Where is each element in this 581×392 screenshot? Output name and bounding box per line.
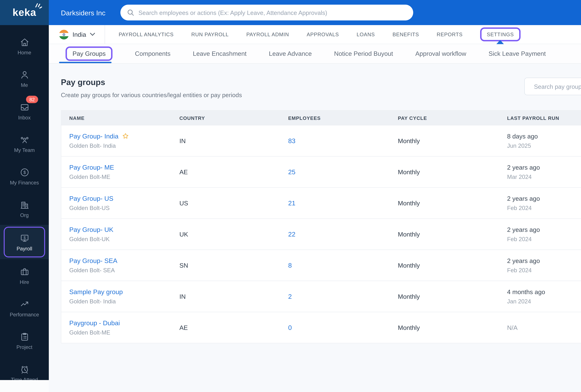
module-tab-reports[interactable]: REPORTS [428, 25, 472, 44]
country-cell: SN [180, 262, 288, 269]
pay-cycle-cell: Monthly [398, 137, 507, 144]
sidebar-item-my-team[interactable]: My Team [0, 127, 49, 160]
pay-cycle-cell: Monthly [398, 200, 507, 207]
name-cell: Pay Group- USGolden Bolt-US [61, 195, 180, 211]
last-payroll-run-cell: 2 years agoFeb 2024 [507, 195, 581, 211]
pay-cycle-cell: Monthly [398, 293, 507, 300]
employees-count-link[interactable]: 83 [288, 137, 296, 144]
sidebar-item-project[interactable]: Project [0, 324, 49, 357]
active-tab-caret [497, 40, 504, 44]
sidebar-item-label: Me [21, 82, 28, 88]
sub-tab-notice-period-buyout[interactable]: Notice Period Buyout [323, 44, 404, 63]
settings-sub-nav: Pay GroupsComponentsLeave EncashmentLeav… [49, 44, 581, 64]
pay-group-name-link[interactable]: Pay Group- US [69, 195, 114, 202]
module-tab-approvals[interactable]: APPROVALS [298, 25, 348, 44]
country-cell: AE [180, 168, 288, 175]
last-run-na: N/A [507, 324, 581, 331]
employees-count-link[interactable]: 25 [288, 168, 296, 176]
sub-tab-sick-leave-payment[interactable]: Sick Leave Payment [478, 44, 557, 63]
pay-group-name-link[interactable]: Pay Group- UK [69, 226, 114, 233]
logo-spark-icon [35, 2, 42, 9]
last-run-month: Feb 2024 [507, 267, 581, 273]
top-bar: keka Darksiders Inc [0, 0, 581, 25]
annotation-highlight-box: SETTINGS [480, 27, 520, 41]
sub-tab-approval-workflow[interactable]: Approval workflow [404, 44, 477, 63]
home-icon [19, 37, 30, 47]
last-run-month: Jun 2025 [507, 142, 581, 149]
annotation-highlight-box: Pay Groups [66, 46, 112, 61]
sidebar-item-payroll[interactable]: $Payroll [0, 225, 49, 259]
sidebar-item-label: My Team [14, 147, 35, 153]
global-search[interactable] [120, 5, 413, 20]
column-header-pay-cycle: PAY CYCLE [398, 115, 507, 121]
sub-tab-leave-advance[interactable]: Leave Advance [258, 44, 323, 63]
app-window: keka Darksiders Inc Home [0, 0, 581, 392]
sub-tab-pay-groups[interactable]: Pay Groups [54, 44, 124, 63]
sidebar-item-label: Project [16, 344, 32, 350]
last-run-month: Jan 2024 [507, 298, 581, 305]
module-tab-payroll-analytics[interactable]: PAYROLL ANALYTICS [110, 25, 182, 44]
sidebar-item-performance[interactable]: Performance [0, 292, 49, 324]
module-tab-loans[interactable]: LOANS [348, 25, 384, 44]
last-run-relative: 2 years ago [507, 164, 581, 171]
pay-group-name-link[interactable]: Sample Pay group [69, 288, 123, 296]
sub-tab-leave-encashment[interactable]: Leave Encashment [182, 44, 258, 63]
keka-logo[interactable]: keka [0, 0, 49, 25]
last-run-relative: 4 months ago [507, 288, 581, 295]
employees-count-link[interactable]: 8 [288, 262, 292, 269]
region-label: India [72, 31, 86, 38]
pay-group-row-sample-pay-group: Sample Pay groupGolden Bolt- IndiaIN2Mon… [61, 281, 581, 312]
pay-group-row-paygroup-dubai: Paygroup - DubaiGolden Bolt-MEAE0Monthly… [61, 312, 581, 343]
country-cell: IN [180, 137, 288, 144]
sidebar-item-my-finances[interactable]: $My Finances [0, 160, 49, 192]
module-tab-settings[interactable]: SETTINGS [472, 25, 529, 44]
module-tab-payroll-admin[interactable]: PAYROLL ADMIN [238, 25, 298, 44]
sidebar-item-label: Org [20, 212, 28, 218]
pay-group-row-pay-group-me: Pay Group- MEGolden Bolt-MEAE25Monthly2 … [61, 156, 581, 187]
legal-entity-label: Golden Bolt-US [69, 205, 180, 211]
pay-cycle-cell: Monthly [398, 324, 507, 331]
pay-group-name-link[interactable]: Pay Group- ME [69, 164, 114, 171]
pay-group-name-link[interactable]: Pay Group- India [69, 132, 118, 140]
pay-group-name-link[interactable]: Paygroup - Dubai [69, 319, 120, 327]
sidebar-item-inbox[interactable]: Inbox82 [0, 95, 49, 127]
sidebar-nav: HomeMeInbox82My Team$My FinancesOrg$Payr… [0, 25, 49, 380]
sidebar-item-home[interactable]: Home [0, 30, 49, 62]
pay-group-row-pay-group-uk: Pay Group- UKGolden Bolt-UKUK22Monthly2 … [61, 218, 581, 250]
briefcase-icon [19, 266, 30, 277]
name-cell: Pay Group- UKGolden Bolt-UK [61, 226, 180, 243]
payroll-monitor-icon: $ [19, 233, 30, 243]
employees-count-link[interactable]: 0 [288, 324, 292, 331]
pay-group-name-link[interactable]: Pay Group- SEA [69, 257, 117, 264]
sub-tab-components[interactable]: Components [124, 44, 182, 63]
employees-count-link[interactable]: 2 [288, 293, 292, 300]
favorite-star-icon[interactable] [122, 132, 129, 140]
pay-group-row-pay-group-us: Pay Group- USGolden Bolt-USUS21Monthly2 … [61, 187, 581, 218]
last-run-relative: 2 years ago [507, 226, 581, 233]
column-header-name: NAME [61, 115, 180, 121]
pay-cycle-cell: Monthly [398, 231, 507, 238]
module-tab-run-payroll[interactable]: RUN PAYROLL [182, 25, 238, 44]
sidebar-item-label: Performance [10, 312, 39, 317]
global-search-input[interactable] [138, 9, 406, 16]
active-subtab-underline [59, 62, 112, 63]
svg-text:$: $ [23, 235, 26, 240]
sidebar-item-time-attend[interactable]: Time Attend [0, 357, 49, 380]
sidebar-item-hire[interactable]: Hire [0, 259, 49, 292]
pay-group-search[interactable] [524, 78, 581, 95]
employees-count-link[interactable]: 21 [288, 199, 296, 207]
region-selector[interactable]: India [49, 25, 105, 44]
clipboard-icon [19, 332, 30, 342]
inbox-tray-icon [19, 102, 30, 112]
last-payroll-run-cell: 2 years agoFeb 2024 [507, 226, 581, 242]
legal-entity-label: Golden Bolt- India [69, 143, 180, 149]
pay-group-row-pay-group-india: Pay Group- IndiaGolden Bolt- IndiaIN83Mo… [61, 125, 581, 156]
last-run-month: Feb 2024 [507, 205, 581, 211]
pay-group-search-input[interactable] [534, 83, 581, 90]
sidebar-item-me[interactable]: Me [0, 62, 49, 95]
employees-count-link[interactable]: 22 [288, 230, 296, 238]
module-tab-benefits[interactable]: BENEFITS [384, 25, 428, 44]
last-run-relative: 2 years ago [507, 195, 581, 202]
sidebar-item-org[interactable]: Org [0, 192, 49, 225]
name-cell: Sample Pay groupGolden Bolt- India [61, 288, 180, 305]
